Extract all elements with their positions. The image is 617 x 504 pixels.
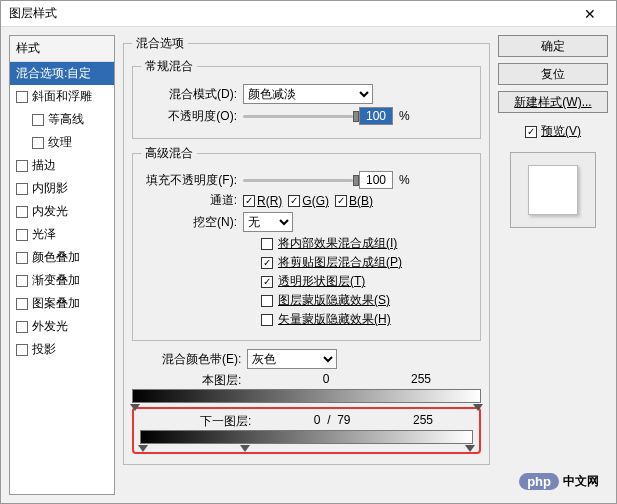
checkbox-icon[interactable] [16, 229, 28, 241]
close-button[interactable]: ✕ [572, 4, 608, 24]
fill-opacity-input[interactable] [359, 171, 393, 189]
slider-handle-icon[interactable] [240, 445, 250, 452]
layer-style-dialog: 图层样式 ✕ 样式 混合选项:自定 斜面和浮雕 等高线 纹理 描边 内阴影 内发… [0, 0, 617, 504]
slider-handle-icon[interactable] [465, 445, 475, 452]
knockout-select[interactable]: 无 [243, 212, 293, 232]
slider-handle-icon[interactable] [473, 404, 483, 411]
checkbox-icon[interactable] [261, 257, 273, 269]
checkbox-icon[interactable] [32, 114, 44, 126]
checkbox-icon[interactable] [261, 295, 273, 307]
checkbox-icon[interactable] [16, 275, 28, 287]
group-label: 高级混合 [141, 145, 197, 162]
fill-opacity-label: 填充不透明度(F): [141, 172, 237, 189]
sidebar-item-satin[interactable]: 光泽 [10, 223, 114, 246]
channel-r[interactable]: R(R) [243, 194, 282, 208]
sidebar-item-label: 渐变叠加 [32, 272, 80, 289]
sidebar-item-inner-glow[interactable]: 内发光 [10, 200, 114, 223]
new-style-button[interactable]: 新建样式(W)... [498, 91, 608, 113]
opt-blend-clipped[interactable]: 将剪贴图层混合成组(P) [261, 254, 472, 271]
preview-label: 预览(V) [541, 123, 581, 140]
sidebar-item-texture[interactable]: 纹理 [10, 131, 114, 154]
this-layer-hi: 255 [411, 372, 431, 389]
sidebar-item-color-overlay[interactable]: 颜色叠加 [10, 246, 114, 269]
this-layer-lo: 0 [323, 372, 330, 389]
group-label: 混合选项 [132, 35, 188, 52]
channels-label: 通道: [141, 192, 237, 209]
sidebar-item-label: 纹理 [48, 134, 72, 151]
under-layer-mid: 79 [337, 413, 350, 427]
checkbox-icon[interactable] [16, 206, 28, 218]
blendif-select[interactable]: 灰色 [247, 349, 337, 369]
opacity-label: 不透明度(O): [141, 108, 237, 125]
under-layer-gradient[interactable] [140, 430, 473, 444]
general-blending-group: 常规混合 混合模式(D): 颜色减淡 不透明度(O): % [132, 58, 481, 139]
cancel-button[interactable]: 复位 [498, 63, 608, 85]
sidebar-item-label: 斜面和浮雕 [32, 88, 92, 105]
blend-mode-select[interactable]: 颜色减淡 [243, 84, 373, 104]
slider-handle-icon[interactable] [130, 404, 140, 411]
this-layer-gradient[interactable] [132, 389, 481, 403]
fill-opacity-slider[interactable] [243, 179, 353, 182]
sidebar-item-label: 颜色叠加 [32, 249, 80, 266]
sidebar-item-label: 外发光 [32, 318, 68, 335]
preview-swatch-frame [510, 152, 596, 228]
checkbox-icon[interactable] [243, 195, 255, 207]
sidebar-item-pattern-overlay[interactable]: 图案叠加 [10, 292, 114, 315]
sidebar-item-label: 内阴影 [32, 180, 68, 197]
sidebar-item-label: 描边 [32, 157, 56, 174]
advanced-blending-group: 高级混合 填充不透明度(F): % 通道: R(R) G(G) B(B) [132, 145, 481, 341]
opacity-slider[interactable] [243, 115, 353, 118]
this-layer-band: 本图层: 0 255 [132, 372, 481, 403]
sidebar-item-outer-glow[interactable]: 外发光 [10, 315, 114, 338]
checkbox-icon[interactable] [16, 91, 28, 103]
checkbox-icon[interactable] [16, 160, 28, 172]
under-layer-sep: / [327, 413, 330, 427]
channel-b[interactable]: B(B) [335, 194, 373, 208]
checkbox-icon[interactable] [525, 126, 537, 138]
knockout-label: 挖空(N): [141, 214, 237, 231]
checkbox-icon[interactable] [335, 195, 347, 207]
sidebar-item-label: 内发光 [32, 203, 68, 220]
checkbox-icon[interactable] [261, 276, 273, 288]
sidebar-item-inner-shadow[interactable]: 内阴影 [10, 177, 114, 200]
group-label: 常规混合 [141, 58, 197, 75]
checkbox-icon[interactable] [16, 252, 28, 264]
sidebar-item-label: 光泽 [32, 226, 56, 243]
under-layer-lo: 0 [314, 413, 321, 427]
watermark: php 中文网 [519, 473, 599, 490]
titlebar: 图层样式 ✕ [1, 1, 616, 27]
sidebar-item-bevel[interactable]: 斜面和浮雕 [10, 85, 114, 108]
opt-blend-interior[interactable]: 将内部效果混合成组(I) [261, 235, 472, 252]
checkbox-icon[interactable] [16, 344, 28, 356]
checkbox-icon[interactable] [32, 137, 44, 149]
checkbox-icon[interactable] [261, 314, 273, 326]
percent-label: % [399, 173, 410, 187]
sidebar-item-drop-shadow[interactable]: 投影 [10, 338, 114, 361]
opt-transparency-shapes[interactable]: 透明形状图层(T) [261, 273, 472, 290]
slider-handle-icon[interactable] [138, 445, 148, 452]
percent-label: % [399, 109, 410, 123]
under-layer-hi: 255 [413, 413, 433, 430]
sidebar-item-blend-options[interactable]: 混合选项:自定 [10, 62, 114, 85]
preview-toggle[interactable]: 预览(V) [498, 123, 608, 140]
main-panel: 混合选项 常规混合 混合模式(D): 颜色减淡 不透明度(O): % [123, 35, 490, 495]
blending-options-group: 混合选项 常规混合 混合模式(D): 颜色减淡 不透明度(O): % [123, 35, 490, 465]
checkbox-icon[interactable] [261, 238, 273, 250]
sidebar-item-stroke[interactable]: 描边 [10, 154, 114, 177]
checkbox-icon[interactable] [16, 298, 28, 310]
underlying-layer-highlight: 下一图层: 0 / 79 255 [132, 407, 481, 454]
sidebar-item-label: 图案叠加 [32, 295, 80, 312]
sidebar-item-contour[interactable]: 等高线 [10, 108, 114, 131]
sidebar-item-gradient-overlay[interactable]: 渐变叠加 [10, 269, 114, 292]
opt-vector-mask-hides[interactable]: 矢量蒙版隐藏效果(H) [261, 311, 472, 328]
opt-layer-mask-hides[interactable]: 图层蒙版隐藏效果(S) [261, 292, 472, 309]
checkbox-icon[interactable] [16, 183, 28, 195]
styles-sidebar: 样式 混合选项:自定 斜面和浮雕 等高线 纹理 描边 内阴影 内发光 光泽 颜色… [9, 35, 115, 495]
blend-mode-label: 混合模式(D): [141, 86, 237, 103]
sidebar-item-label: 投影 [32, 341, 56, 358]
checkbox-icon[interactable] [288, 195, 300, 207]
opacity-input[interactable] [359, 107, 393, 125]
ok-button[interactable]: 确定 [498, 35, 608, 57]
checkbox-icon[interactable] [16, 321, 28, 333]
channel-g[interactable]: G(G) [288, 194, 329, 208]
